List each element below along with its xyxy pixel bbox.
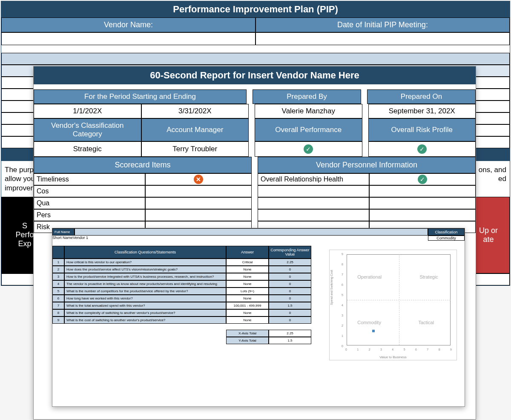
chart-x-tick: 9 bbox=[450, 348, 452, 351]
scorecard-personnel-label: Pers bbox=[34, 209, 145, 221]
relationship-health-label: Overall Relationship Health bbox=[258, 173, 369, 185]
overall-risk-status: ✓ bbox=[368, 141, 476, 157]
chart-y-tick: 7 bbox=[342, 273, 343, 276]
classification-label: Classification bbox=[428, 228, 465, 236]
acct-mgr-value: Terry Troubler bbox=[141, 141, 249, 157]
col-question-header: Classification Questions/Statements bbox=[64, 246, 226, 259]
scorecard-cost-status bbox=[145, 185, 252, 197]
row-value: 2.25 bbox=[269, 259, 311, 266]
check-icon: ✓ bbox=[418, 175, 427, 184]
pip-text-fragment: ed bbox=[498, 174, 506, 183]
scorecard-quality-label: Qua bbox=[34, 197, 145, 209]
acct-mgr-header: Account Manager bbox=[141, 118, 249, 141]
row-answer[interactable]: None bbox=[226, 280, 269, 288]
row-answer[interactable]: Lots (9+) bbox=[226, 288, 269, 295]
chart-plot-area: Operational Strategic Commodity Tactical bbox=[347, 254, 451, 345]
chart-x-tick: 0 bbox=[345, 348, 347, 351]
chart-x-tick: 3 bbox=[380, 348, 382, 351]
scorecard-header: Scorecard Items bbox=[34, 157, 252, 173]
pip-vendor-name-label: Vendor Name: bbox=[1, 17, 256, 32]
row-value: 0 bbox=[269, 280, 311, 288]
chart-y-tick: 0 bbox=[342, 345, 343, 348]
vendor-personnel-header: Vendor Personnel Information bbox=[258, 157, 476, 173]
row-num: 6 bbox=[52, 295, 64, 302]
row-question: How is the product/service integrated wi… bbox=[64, 273, 226, 280]
overall-risk-header: Overall Risk Profile bbox=[368, 118, 476, 141]
personnel-row bbox=[258, 185, 369, 197]
period-end: 3/31/202X bbox=[141, 104, 249, 118]
prepared-by-header: Prepared By bbox=[253, 89, 361, 104]
pip-text-fragment: S bbox=[22, 222, 27, 230]
classification-value: Commodity bbox=[428, 236, 465, 241]
short-name-label: Short Name bbox=[52, 236, 73, 240]
scorecard-personnel-status bbox=[145, 209, 252, 221]
row-value: 0 bbox=[269, 309, 311, 316]
y-total-label: Y-Axis Total bbox=[226, 337, 269, 344]
row-answer[interactable]: None bbox=[226, 295, 269, 302]
chart-x-tick: 7 bbox=[427, 348, 428, 351]
period-header: For the Period Starting and Ending bbox=[34, 89, 247, 104]
x-total-label: X-Axis Total bbox=[226, 330, 269, 337]
row-num: 4 bbox=[52, 280, 64, 288]
quad-bottom-left: Commodity bbox=[357, 320, 381, 325]
personnel-row-status bbox=[369, 209, 476, 221]
chart-x-tick: 1 bbox=[357, 348, 359, 351]
pip-title: Performance Improvement Plan (PIP) bbox=[1, 1, 510, 17]
full-name-label: Full Name bbox=[52, 228, 75, 236]
overall-perf-header: Overall Performance bbox=[255, 118, 362, 141]
overall-perf-status: ✓ bbox=[255, 141, 362, 157]
check-icon: ✓ bbox=[304, 144, 313, 154]
scorecard-cost-label: Cos bbox=[34, 185, 145, 197]
pip-text-fragment: improver bbox=[5, 184, 33, 192]
pip-text-fragment: The purp bbox=[5, 166, 34, 174]
personnel-row bbox=[258, 209, 369, 221]
classification-sheet: Full Name Classification Short Name Vend… bbox=[52, 228, 465, 407]
quad-top-left: Operational bbox=[357, 274, 382, 279]
scorecard-timeliness-status: ✕ bbox=[145, 173, 252, 185]
row-question: What is the cost of switching to another… bbox=[64, 316, 226, 324]
chart-x-tick: 8 bbox=[439, 348, 440, 351]
full-name-input[interactable] bbox=[75, 228, 428, 236]
class-cat-header: Vendor's Classification Category bbox=[34, 118, 141, 141]
class-cat-value: Strategic bbox=[34, 141, 141, 157]
short-name-value[interactable]: Vendor 1 bbox=[73, 236, 428, 241]
pip-vendor-name-input[interactable] bbox=[1, 32, 256, 45]
row-question: What is the total annualized spend with … bbox=[64, 302, 226, 309]
chart-y-tick: 5 bbox=[342, 293, 343, 296]
chart-y-tick: 4 bbox=[342, 304, 343, 307]
row-num: 5 bbox=[52, 288, 64, 295]
col-answer-header: Answer bbox=[226, 246, 269, 259]
relationship-health-status: ✓ bbox=[369, 173, 476, 185]
check-icon: ✓ bbox=[417, 144, 427, 154]
pip-date-meeting-input[interactable] bbox=[256, 32, 510, 45]
y-total-value: 1.5 bbox=[269, 337, 311, 344]
pip-row bbox=[1, 53, 510, 65]
row-answer[interactable]: None bbox=[226, 273, 269, 280]
chart-data-point bbox=[372, 330, 375, 332]
col-value-header: Corresponding Answer Value bbox=[269, 246, 311, 259]
row-value: 0 bbox=[269, 288, 311, 295]
personnel-row bbox=[258, 197, 369, 209]
scorecard-quality-status bbox=[145, 197, 252, 209]
row-value: 0 bbox=[269, 295, 311, 302]
chart-y-tick: 9 bbox=[342, 253, 343, 256]
row-num: 3 bbox=[52, 273, 64, 280]
row-answer[interactable]: None bbox=[226, 316, 269, 324]
row-num: 7 bbox=[52, 302, 64, 309]
row-num: 1 bbox=[52, 259, 64, 266]
row-answer[interactable]: 100,001 - 499,999 bbox=[226, 302, 269, 309]
row-question: What is the complexity of switching to a… bbox=[64, 309, 226, 316]
chart-y-tick: 8 bbox=[342, 263, 343, 266]
chart-x-tick: 2 bbox=[369, 348, 370, 351]
pip-text-fragment: Exp bbox=[18, 239, 31, 248]
prepared-on-value: September 31, 202X bbox=[368, 104, 476, 118]
row-answer[interactable]: None bbox=[226, 309, 269, 316]
row-value: 0 bbox=[269, 316, 311, 324]
row-question: How long have we worked with this vendor… bbox=[64, 295, 226, 302]
personnel-row-status bbox=[369, 197, 476, 209]
row-answer[interactable]: Critical bbox=[226, 259, 269, 266]
pip-text-fragment: Perfo bbox=[15, 230, 34, 239]
row-num: 8 bbox=[52, 309, 64, 316]
prepared-on-header: Prepared On bbox=[367, 89, 476, 104]
row-answer[interactable]: None bbox=[226, 266, 269, 273]
